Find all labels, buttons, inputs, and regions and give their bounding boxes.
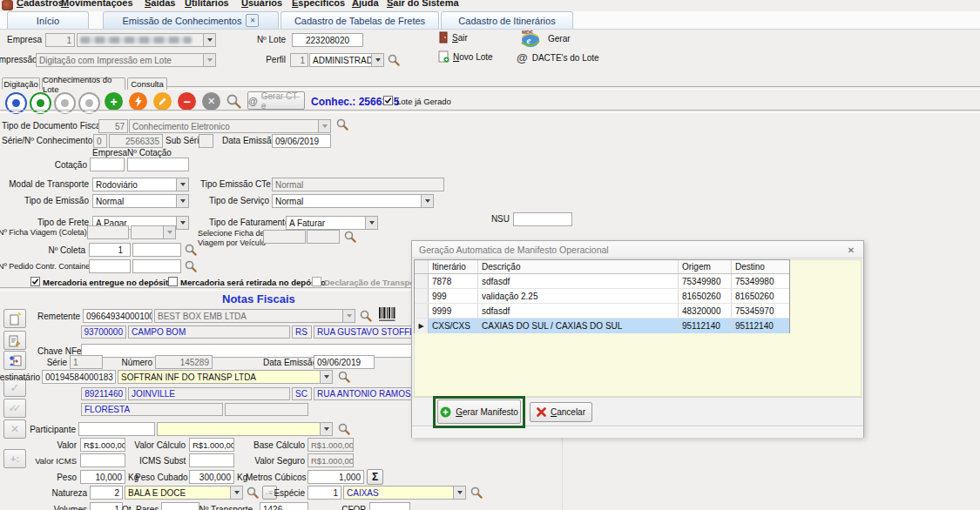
- gerar-cte-button[interactable]: @ Gerar CT-e: [247, 91, 305, 110]
- peso-field[interactable]: 10,000: [80, 470, 125, 484]
- natureza-code-field[interactable]: 2: [90, 486, 123, 500]
- destinatario-cnpj-field[interactable]: 00194584000183: [42, 370, 116, 384]
- ficha-veiculo-field-2[interactable]: [307, 230, 340, 244]
- search-record-icon[interactable]: [226, 94, 241, 109]
- num-pedido-field-1[interactable]: [89, 259, 131, 273]
- destinatario-nome-combo[interactable]: SOFTRAN INF DO TRANSP LTDA: [118, 370, 333, 384]
- mercadoria-retirada-checkbox[interactable]: [168, 277, 178, 286]
- num-pedido-search-icon[interactable]: [185, 260, 197, 272]
- tab-inicio[interactable]: Início: [7, 11, 89, 29]
- dropdown-arrow-icon[interactable]: [453, 487, 465, 499]
- col-header-origem[interactable]: Origem: [679, 260, 732, 273]
- nf-data-emissao-field[interactable]: 09/06/2019: [314, 355, 375, 369]
- tipo-doc-code-field[interactable]: 57: [98, 119, 128, 133]
- subtab-consulta[interactable]: Consulta: [127, 77, 167, 90]
- dropdown-arrow-icon[interactable]: [203, 34, 215, 46]
- menu-item-usuarios[interactable]: Usuários: [241, 0, 282, 8]
- sair-button[interactable]: Sair: [438, 31, 468, 44]
- perfil-search-icon[interactable]: [388, 54, 400, 66]
- valor-seguro-field[interactable]: R$1.000,00: [308, 453, 354, 467]
- cotacao-empresa-field[interactable]: [90, 158, 125, 171]
- novo-lote-button[interactable]: Novo Lote: [438, 50, 493, 63]
- dialog-title-bar[interactable]: Geração Automatica de Manifesto Operacio…: [412, 241, 863, 258]
- sum-cubagem-button[interactable]: Σ: [367, 469, 383, 485]
- menu-item-especificos[interactable]: Específicos: [292, 0, 345, 8]
- ficha-veiculo-field-1[interactable]: [263, 230, 306, 244]
- conhec-num-field[interactable]: 2566335: [109, 134, 163, 148]
- nsu-field[interactable]: [513, 212, 572, 226]
- natureza-search-icon[interactable]: [247, 487, 259, 499]
- grid-row-selected[interactable]: ▶ CXS/CXS CAXIAS DO SUL / CAXIAS DO SUL …: [415, 319, 789, 333]
- volumes-field[interactable]: 1: [90, 502, 123, 510]
- data-emissao-field[interactable]: 09/06/2019: [272, 134, 331, 148]
- col-header-itinerario[interactable]: Itinerário: [429, 260, 478, 273]
- peso-cubado-field[interactable]: 300,000: [189, 470, 234, 484]
- impressao-combo[interactable]: Digitação com Impressão em Lote: [36, 53, 216, 67]
- dropdown-arrow-icon[interactable]: [176, 195, 188, 207]
- modal-combo[interactable]: Rodoviário: [92, 178, 189, 191]
- base-calculo-field[interactable]: R$1.000,00: [308, 438, 354, 452]
- tab-close-icon[interactable]: ✕: [246, 14, 259, 27]
- gerar-mdfe-button[interactable]: MDF e Gerar: [518, 28, 571, 49]
- nf-numero-field[interactable]: 145289: [155, 355, 213, 369]
- menu-item-cadastros[interactable]: Cadastros: [17, 0, 64, 8]
- add-record-button[interactable]: +: [105, 92, 123, 111]
- nf-serie-field[interactable]: 1: [70, 355, 103, 369]
- dropdown-arrow-icon[interactable]: [371, 54, 383, 66]
- especie-code-field[interactable]: 1: [308, 486, 341, 500]
- lote-field[interactable]: 223208020: [292, 33, 363, 47]
- menu-item-sair-sistema[interactable]: Sair do Sistema: [387, 0, 459, 8]
- delete-record-button[interactable]: −: [178, 92, 196, 111]
- tipo-faturamento-combo[interactable]: A Faturar: [286, 216, 378, 230]
- participante-search-icon[interactable]: [338, 423, 350, 435]
- grid-row[interactable]: 7878 sdfasdf 75349980 75349980: [415, 274, 789, 289]
- menu-item-movimentacoes[interactable]: Movimentações: [61, 0, 133, 8]
- participante-combo[interactable]: [157, 422, 333, 436]
- ficha-viagem-combo[interactable]: [131, 225, 176, 239]
- cancel-record-button[interactable]: ✕: [202, 92, 220, 111]
- num-coleta-field-2[interactable]: [132, 243, 181, 257]
- col-header-descricao[interactable]: Descrição: [478, 260, 679, 273]
- dropdown-arrow-icon[interactable]: [176, 217, 188, 229]
- subtab-digitacao[interactable]: Digitação: [2, 77, 40, 90]
- barcode-icon[interactable]: [377, 306, 397, 323]
- dacte-lote-button[interactable]: @ DACTE's do Lote: [517, 52, 599, 64]
- tipo-doc-combo[interactable]: Conhecimento Eletronico: [129, 119, 331, 133]
- dropdown-arrow-icon[interactable]: [342, 310, 355, 322]
- post-record-button[interactable]: [129, 92, 147, 111]
- col-header-destino[interactable]: Destino: [732, 260, 787, 273]
- subtab-conhecimentos-lote[interactable]: Conhecimentos do Lote: [42, 77, 125, 90]
- valor-field[interactable]: R$1.000,00: [80, 438, 125, 452]
- dropdown-arrow-icon[interactable]: [320, 423, 332, 435]
- serie-field[interactable]: 0: [93, 134, 107, 148]
- metros-cubicos-field[interactable]: 1,000: [308, 470, 364, 484]
- mercadoria-entregue-checkbox[interactable]: [30, 277, 40, 286]
- remetente-search-icon[interactable]: [360, 310, 372, 322]
- cancelar-button[interactable]: Cancelar: [530, 402, 592, 422]
- qt-pares-field[interactable]: [161, 502, 199, 510]
- especie-combo[interactable]: CAIXAS: [343, 486, 466, 500]
- tab-cadastro-itinerarios[interactable]: Cadastro de Itinerários: [441, 11, 573, 29]
- cotacao-num-field[interactable]: [127, 158, 189, 171]
- tipo-emissao-combo[interactable]: Normal: [92, 194, 189, 208]
- dropdown-arrow-icon[interactable]: [230, 487, 242, 499]
- tipo-emissao-cte-field[interactable]: Normal: [272, 178, 444, 191]
- dropdown-arrow-icon[interactable]: [176, 178, 188, 191]
- menu-item-utilitarios[interactable]: Utilitários: [185, 0, 229, 8]
- empresa-name-combo[interactable]: [77, 33, 216, 47]
- participante-field[interactable]: [78, 422, 155, 436]
- valor-calculo-field[interactable]: R$1.000,00: [189, 438, 234, 452]
- num-transporte-field[interactable]: 1426: [260, 502, 308, 510]
- gerar-manifesto-button[interactable]: Gerar Manifesto: [437, 399, 521, 424]
- lote-gerado-checkbox[interactable]: [383, 96, 393, 105]
- dropdown-arrow-icon[interactable]: [318, 120, 330, 132]
- tipo-servico-combo[interactable]: Normal: [272, 194, 434, 208]
- perfil-combo[interactable]: ADMINISTRADOR: [309, 53, 384, 67]
- dropdown-arrow-icon[interactable]: [163, 226, 175, 238]
- grid-row[interactable]: 999 validação 2.25 81650260 81650260: [415, 289, 789, 304]
- ficha-viagem-field-1[interactable]: [87, 225, 129, 239]
- tipo-doc-search-icon[interactable]: [336, 118, 348, 131]
- dropdown-arrow-icon[interactable]: [203, 54, 215, 66]
- menu-item-ajuda[interactable]: Ajuda: [352, 0, 379, 8]
- valor-icms-field[interactable]: [80, 453, 125, 467]
